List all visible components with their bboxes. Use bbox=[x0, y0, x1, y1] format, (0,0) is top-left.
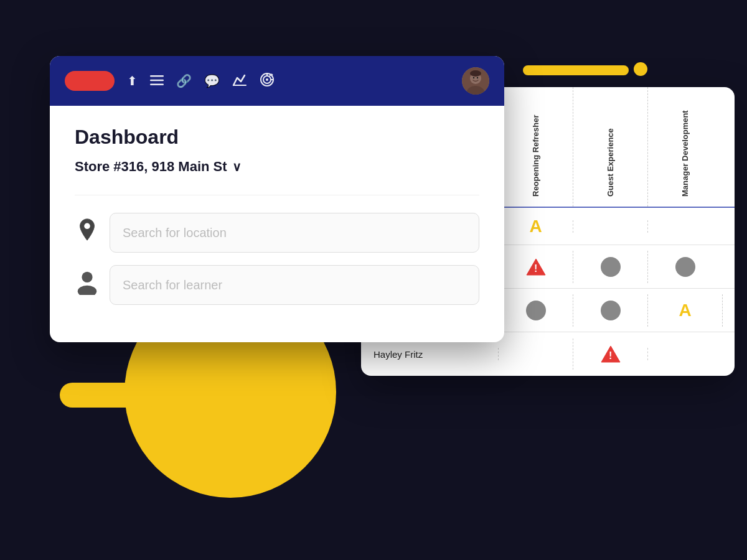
angela-guest-cell bbox=[573, 251, 647, 283]
hayley-reopening-cell bbox=[498, 348, 573, 360]
chart-icon[interactable] bbox=[232, 73, 247, 90]
upload-icon[interactable]: ⬆ bbox=[127, 73, 138, 88]
carlos-manager-cell: A bbox=[647, 294, 722, 327]
table-top-dot-decoration bbox=[634, 62, 647, 76]
status-a-icon: A bbox=[529, 217, 542, 236]
status-circle-icon bbox=[526, 301, 546, 320]
status-a-icon: A bbox=[679, 301, 691, 320]
svg-point-18 bbox=[78, 286, 96, 295]
partial-guest-cell bbox=[573, 220, 647, 233]
col-label-reopening: Reopening Refresher bbox=[531, 97, 540, 197]
hayley-guest-cell: ! bbox=[573, 338, 647, 370]
hayley-manager-cell bbox=[647, 348, 722, 360]
search-learner-row bbox=[75, 265, 479, 305]
nav-logo[interactable] bbox=[65, 71, 115, 91]
svg-rect-1 bbox=[150, 79, 164, 81]
nav-icons: ⬆ 🔗 💬 bbox=[127, 72, 449, 90]
dashboard-card: ⬆ 🔗 💬 bbox=[50, 56, 504, 342]
yellow-bar-decoration bbox=[60, 383, 159, 408]
search-location-row bbox=[75, 213, 479, 253]
svg-text:!: ! bbox=[609, 350, 612, 361]
partial-reopening-cell: A bbox=[498, 210, 573, 243]
svg-point-17 bbox=[82, 272, 92, 282]
store-selector[interactable]: Store #316, 918 Main St ∨ bbox=[75, 159, 479, 175]
svg-rect-2 bbox=[150, 83, 164, 85]
status-circle-icon bbox=[601, 257, 621, 277]
link-icon[interactable]: 🔗 bbox=[176, 73, 192, 88]
col-header-guest: Guest Experience bbox=[573, 87, 647, 207]
svg-rect-0 bbox=[150, 75, 164, 77]
col-label-guest: Guest Experience bbox=[606, 97, 615, 197]
svg-text:!: ! bbox=[534, 263, 537, 274]
carlos-guest-cell bbox=[573, 294, 647, 327]
angela-reopening-cell: ! bbox=[498, 251, 573, 282]
search-learner-input[interactable] bbox=[110, 265, 479, 305]
menu-icon[interactable] bbox=[150, 74, 164, 88]
target-icon[interactable] bbox=[260, 72, 275, 90]
chat-icon[interactable]: 💬 bbox=[204, 73, 220, 88]
svg-point-16 bbox=[84, 223, 90, 230]
dashboard-title: Dashboard bbox=[75, 126, 479, 149]
svg-line-9 bbox=[271, 74, 273, 75]
warning-icon: ! bbox=[600, 345, 621, 363]
col-label-manager: Manager Development bbox=[680, 97, 690, 197]
location-pin-icon bbox=[75, 218, 100, 248]
svg-point-15 bbox=[477, 77, 478, 78]
partial-manager-cell bbox=[647, 220, 722, 233]
angela-manager-cell bbox=[647, 251, 722, 283]
chevron-down-icon: ∨ bbox=[232, 159, 242, 174]
table-top-bar-decoration bbox=[523, 65, 629, 75]
divider bbox=[75, 195, 479, 195]
svg-point-14 bbox=[473, 77, 474, 78]
status-circle-icon bbox=[601, 301, 621, 320]
store-label: Store #316, 918 Main St bbox=[75, 159, 227, 175]
learner-name-hayley: Hayley Fritz bbox=[361, 339, 498, 370]
carlos-reopening-cell bbox=[498, 294, 573, 327]
col-header-manager: Manager Development bbox=[647, 87, 722, 207]
svg-point-5 bbox=[266, 78, 268, 81]
dashboard-body: Dashboard Store #316, 918 Main St ∨ bbox=[50, 106, 504, 342]
warning-icon: ! bbox=[525, 258, 547, 276]
avatar[interactable] bbox=[462, 67, 489, 95]
status-circle-icon bbox=[675, 257, 695, 277]
carlos-extra-cell bbox=[722, 294, 735, 327]
search-location-input[interactable] bbox=[110, 213, 479, 253]
person-icon bbox=[75, 270, 100, 300]
col-header-reopening: Reopening Refresher bbox=[498, 87, 573, 207]
svg-point-13 bbox=[470, 70, 481, 77]
nav-bar: ⬆ 🔗 💬 bbox=[50, 56, 504, 106]
